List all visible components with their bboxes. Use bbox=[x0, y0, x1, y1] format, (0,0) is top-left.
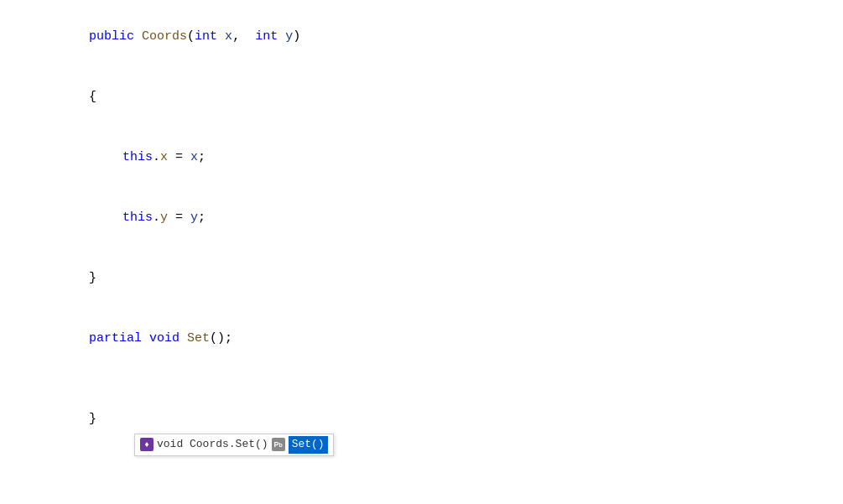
line-content-3[interactable]: this.x = x; bbox=[40, 127, 843, 188]
code-line-8: } bbox=[0, 389, 843, 449]
keyword-int2: int bbox=[255, 29, 278, 44]
code-line-9 bbox=[0, 449, 843, 470]
code-line-5: } bbox=[0, 248, 843, 309]
code-line-3: this.x = x; bbox=[0, 127, 843, 188]
val-y: y bbox=[190, 210, 198, 225]
line-content-11[interactable]: public partial class Coords bbox=[40, 490, 843, 504]
keyword-partial1: partial bbox=[89, 331, 142, 346]
code-line-1: public Coords(int x, int y) bbox=[0, 7, 843, 67]
autocomplete-popup[interactable]: ♦ void Coords.Set() Pb Set() bbox=[134, 434, 334, 456]
prop-x: x bbox=[160, 150, 168, 164]
method-coords: Coords bbox=[142, 29, 187, 44]
autocomplete-selected-item[interactable]: Set() bbox=[289, 436, 328, 454]
code-line-10 bbox=[0, 470, 843, 490]
keyword-public: public bbox=[89, 29, 134, 44]
line-content-5[interactable]: } bbox=[40, 248, 843, 309]
code-editor: public Coords(int x, int y) { this.x = x… bbox=[0, 0, 843, 504]
val-x: x bbox=[190, 150, 198, 164]
code-line-7 bbox=[0, 369, 843, 389]
param-x: x bbox=[225, 29, 232, 44]
method-set1: Set bbox=[187, 331, 210, 346]
line-content-2[interactable]: { bbox=[40, 67, 843, 127]
autocomplete-signature: void Coords.Set() bbox=[157, 436, 268, 454]
code-line-6: partial void Set(); bbox=[0, 309, 843, 369]
line-content-6[interactable]: partial void Set(); bbox=[40, 309, 843, 369]
keyword-void1: void bbox=[149, 331, 180, 346]
keyword-this1: this bbox=[122, 150, 153, 164]
keyword-this2: this bbox=[122, 210, 153, 225]
code-line-2: { bbox=[0, 67, 843, 127]
line-content-1[interactable]: public Coords(int x, int y) bbox=[40, 7, 843, 67]
param-y: y bbox=[285, 29, 293, 44]
autocomplete-partial-icon: Pb bbox=[272, 438, 285, 451]
code-line-4: this.y = y; bbox=[0, 188, 843, 248]
autocomplete-method-icon: ♦ bbox=[140, 438, 154, 451]
code-line-11: public partial class Coords bbox=[0, 490, 843, 504]
prop-y: y bbox=[160, 210, 168, 225]
line-content-4[interactable]: this.y = y; bbox=[40, 188, 843, 248]
keyword-int1: int bbox=[195, 29, 217, 44]
